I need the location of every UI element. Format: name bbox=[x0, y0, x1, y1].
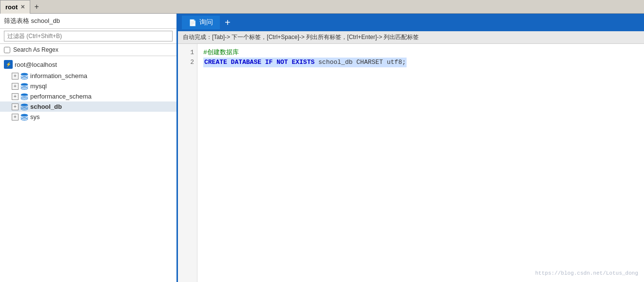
add-tab-button[interactable]: + bbox=[31, 1, 42, 12]
code-area[interactable]: 1 2 #创建数据库 CREATE DATABASE IF NOT EXISTS… bbox=[178, 44, 644, 282]
expand-icon[interactable]: + bbox=[12, 114, 19, 121]
host-icon: ⚡ bbox=[4, 60, 13, 69]
expand-icon[interactable]: + bbox=[12, 73, 19, 80]
svg-point-2 bbox=[21, 83, 28, 85]
comment-text: #创建数据库 bbox=[203, 48, 239, 58]
tree-item-performance_schema[interactable]: + performance_schema bbox=[0, 91, 176, 101]
db-name-label: information_schema bbox=[30, 72, 87, 80]
db-name-label: school_db bbox=[30, 103, 62, 110]
host-label: root@localhost bbox=[15, 61, 57, 68]
code-content[interactable]: #创建数据库 CREATE DATABASE IF NOT EXISTS sch… bbox=[197, 44, 644, 282]
db-icon bbox=[20, 114, 28, 121]
query-tab[interactable]: 📄 询问 bbox=[182, 16, 220, 29]
expand-icon[interactable]: + bbox=[12, 93, 19, 100]
db-icon bbox=[20, 73, 28, 80]
db-name-label: performance_schema bbox=[30, 93, 92, 100]
root-tab-label: root bbox=[5, 3, 18, 11]
root-tab[interactable]: root ✕ bbox=[0, 0, 30, 14]
db-name-label: sys bbox=[30, 113, 40, 121]
sql-keyword-create: CREATE DATABASE IF NOT EXISTS bbox=[204, 58, 314, 67]
db-tree: + information_schema+ mysql+ performance… bbox=[0, 71, 176, 122]
query-tab-bar: 📄 询问 + bbox=[178, 14, 644, 31]
expand-icon[interactable]: + bbox=[12, 103, 19, 110]
query-tab-label: 询问 bbox=[199, 18, 213, 27]
regex-row: Search As Regex bbox=[0, 44, 176, 56]
db-icon bbox=[20, 103, 28, 110]
tree-area: ⚡ root@localhost + information_schema+ m… bbox=[0, 56, 176, 282]
db-name-label: mysql bbox=[30, 82, 47, 90]
filter-input-wrap bbox=[0, 29, 176, 44]
svg-point-4 bbox=[21, 93, 28, 96]
db-icon bbox=[20, 83, 28, 90]
svg-point-8 bbox=[21, 114, 28, 116]
regex-checkbox[interactable] bbox=[4, 47, 10, 53]
tree-item-sys[interactable]: + sys bbox=[0, 112, 176, 122]
close-tab-icon[interactable]: ✕ bbox=[20, 4, 25, 10]
filter-input[interactable] bbox=[4, 31, 173, 41]
right-panel: 📄 询问 + 自动完成：[Tab]-> 下一个标签，[Ctrl+Space]->… bbox=[178, 14, 644, 282]
filter-header: 筛选表格 school_db bbox=[0, 14, 176, 29]
svg-point-6 bbox=[21, 103, 28, 106]
highlighted-code-block: CREATE DATABASE IF NOT EXISTS school_db … bbox=[203, 58, 407, 67]
code-line-2: CREATE DATABASE IF NOT EXISTS school_db … bbox=[203, 58, 638, 67]
regex-label: Search As Regex bbox=[13, 46, 59, 53]
main-layout: 筛选表格 school_db Search As Regex ⚡ root@lo… bbox=[0, 14, 644, 282]
code-line-1: #创建数据库 bbox=[203, 48, 638, 58]
svg-point-0 bbox=[21, 73, 28, 75]
tree-item-mysql[interactable]: + mysql bbox=[0, 81, 176, 91]
main-tab-bar: root ✕ + bbox=[0, 0, 644, 14]
autocomplete-hint: 自动完成：[Tab]-> 下一个标签，[Ctrl+Space]-> 列出所有标签… bbox=[178, 31, 644, 44]
left-panel: 筛选表格 school_db Search As Regex ⚡ root@lo… bbox=[0, 14, 178, 282]
tree-host[interactable]: ⚡ root@localhost bbox=[0, 58, 176, 71]
add-query-tab-button[interactable]: + bbox=[222, 17, 234, 28]
sql-normal-text: school_db CHARSET utf8; bbox=[314, 58, 406, 67]
db-icon bbox=[20, 93, 28, 100]
expand-icon[interactable]: + bbox=[12, 83, 19, 90]
tree-item-school_db[interactable]: + school_db bbox=[0, 101, 176, 112]
line-numbers: 1 2 bbox=[178, 44, 197, 282]
watermark: https://blog.csdn.net/Lotus_dong bbox=[535, 268, 638, 278]
tree-item-information_schema[interactable]: + information_schema bbox=[0, 71, 176, 81]
query-tab-icon: 📄 bbox=[189, 19, 196, 26]
